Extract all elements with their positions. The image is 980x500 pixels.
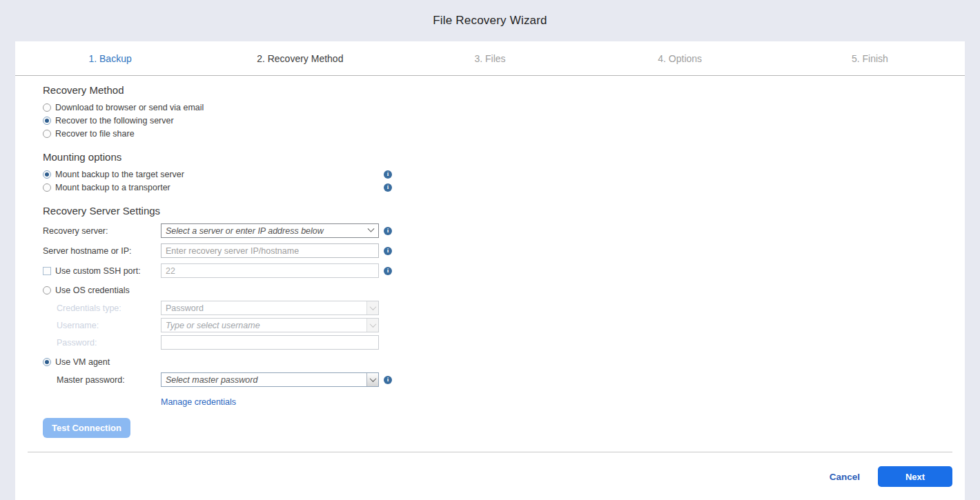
- info-icon[interactable]: [384, 247, 392, 255]
- credentials-type-select: Password: [161, 301, 379, 315]
- page-title: File Recovery Wizard: [433, 14, 547, 28]
- wizard-steps: 1. Backup 2. Recovery Method 3. Files 4.…: [15, 41, 965, 76]
- radio-icon[interactable]: [43, 183, 51, 192]
- next-button[interactable]: Next: [878, 466, 952, 487]
- radio-use-vm-agent[interactable]: Use VM agent: [43, 355, 937, 368]
- radio-download-to-browser[interactable]: Download to browser or send via email: [43, 101, 937, 114]
- master-password-value: Select master password: [166, 375, 366, 385]
- password-row: Password:: [43, 335, 937, 350]
- radio-selected-icon: [43, 117, 51, 125]
- radio-selected-icon: [43, 358, 51, 366]
- mounting-options-group: Mounting options Mount backup to the tar…: [43, 151, 937, 194]
- credentials-type-row: Credentials type: Password: [43, 301, 937, 315]
- hostname-row: Server hostname or IP:: [43, 243, 937, 258]
- radio-recover-to-server[interactable]: Recover to the following server: [43, 114, 937, 127]
- radio-icon: [43, 286, 51, 294]
- manage-credentials-row: Manage credentials: [161, 395, 937, 408]
- chevron-down-icon: [369, 303, 376, 310]
- recovery-server-row: Recovery server: Select a server or ente…: [43, 223, 937, 238]
- wizard-titlebar: File Recovery Wizard: [0, 0, 980, 41]
- recovery-method-group: Recovery Method Download to browser or s…: [43, 84, 937, 140]
- info-icon[interactable]: [384, 376, 392, 384]
- file-recovery-wizard-window: File Recovery Wizard 1. Backup 2. Recove…: [0, 0, 980, 500]
- info-icon[interactable]: [384, 227, 392, 235]
- radio-use-os-credentials[interactable]: Use OS credentials: [43, 283, 937, 297]
- test-connection-button[interactable]: Test Connection: [43, 418, 130, 438]
- info-icon[interactable]: [384, 183, 392, 192]
- radio-mount-target-server-row: Mount backup to the target server: [43, 168, 392, 181]
- chevron-down-icon: [368, 226, 375, 232]
- master-password-row: Master password: Select master password: [43, 372, 937, 387]
- dropdown-trigger: [366, 373, 378, 386]
- username-label: Username:: [43, 321, 161, 330]
- radio-selected-icon[interactable]: [43, 170, 51, 179]
- radio-icon: [43, 103, 51, 112]
- mounting-options-heading: Mounting options: [43, 151, 937, 163]
- cancel-button[interactable]: Cancel: [830, 472, 860, 482]
- step-files: 3. Files: [395, 41, 585, 75]
- ssh-port-input: [161, 263, 379, 278]
- master-password-label: Master password:: [43, 375, 161, 385]
- step-recovery-method: 2. Recovery Method: [205, 41, 395, 75]
- username-row: Username: Type or select username: [43, 318, 937, 332]
- radio-label[interactable]: Mount backup to the target server: [55, 170, 184, 179]
- info-icon[interactable]: [384, 170, 392, 179]
- chevron-down-icon: [369, 321, 376, 328]
- radio-mount-transporter-row: Mount backup to a transporter: [43, 181, 392, 194]
- recovery-server-label: Recovery server:: [43, 226, 161, 236]
- master-password-select[interactable]: Select master password: [161, 372, 379, 387]
- credentials-type-label: Credentials type:: [43, 303, 161, 313]
- credentials-type-value: Password: [166, 303, 366, 313]
- checkbox-icon: [43, 267, 51, 275]
- step-options: 4. Options: [585, 41, 775, 75]
- username-placeholder: Type or select username: [166, 321, 366, 330]
- recovery-server-select[interactable]: Select a server or enter IP address belo…: [161, 223, 379, 238]
- radio-label: Use OS credentials: [55, 286, 130, 295]
- info-icon[interactable]: [384, 267, 392, 275]
- hostname-label: Server hostname or IP:: [43, 246, 161, 256]
- wizard-card: 1. Backup 2. Recovery Method 3. Files 4.…: [15, 41, 965, 500]
- radio-label: Recover to the following server: [55, 116, 174, 126]
- manage-credentials-link[interactable]: Manage credentials: [161, 397, 236, 407]
- radio-label[interactable]: Mount backup to a transporter: [55, 183, 170, 192]
- radio-label: Use VM agent: [55, 357, 110, 367]
- radio-label: Recover to file share: [55, 129, 135, 139]
- chevron-down-icon: [369, 375, 376, 382]
- password-label: Password:: [43, 338, 161, 348]
- footer-divider: [28, 452, 952, 452]
- dropdown-trigger: [366, 301, 378, 314]
- radio-icon: [43, 130, 51, 138]
- password-input: [161, 335, 379, 350]
- radio-recover-to-file-share[interactable]: Recover to file share: [43, 127, 937, 140]
- server-settings-heading: Recovery Server Settings: [43, 205, 937, 217]
- step-finish: 5. Finish: [775, 41, 965, 75]
- checkbox-label: Use custom SSH port:: [55, 266, 141, 276]
- wizard-content: Recovery Method Download to browser or s…: [15, 76, 965, 438]
- wizard-footer: Cancel Next: [830, 466, 952, 487]
- recovery-method-heading: Recovery Method: [43, 84, 937, 96]
- radio-label: Download to browser or send via email: [55, 103, 204, 112]
- ssh-port-row: Use custom SSH port:: [43, 263, 937, 278]
- username-select: Type or select username: [161, 318, 379, 332]
- step-backup[interactable]: 1. Backup: [15, 41, 205, 75]
- recovery-server-value: Select a server or enter IP address belo…: [166, 226, 366, 236]
- dropdown-trigger: [366, 319, 378, 332]
- ssh-port-checkbox[interactable]: Use custom SSH port:: [43, 266, 161, 276]
- hostname-input[interactable]: [161, 243, 379, 258]
